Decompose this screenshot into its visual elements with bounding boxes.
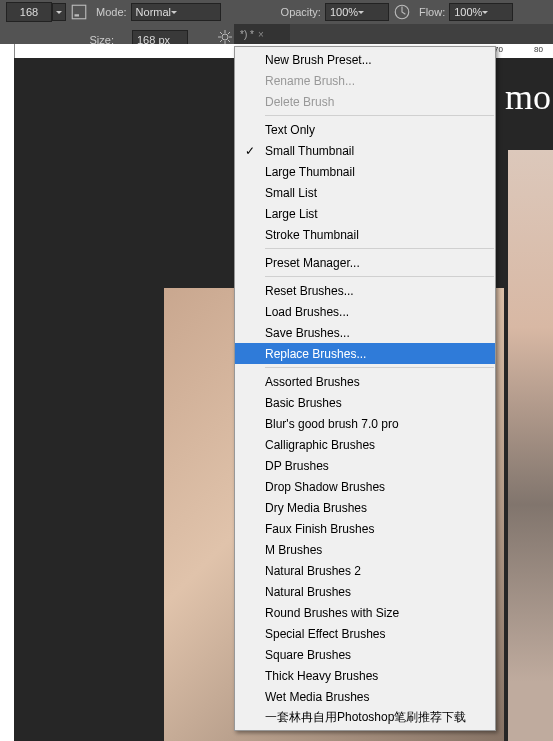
menu-item[interactable]: Save Brushes... xyxy=(235,322,495,343)
menu-item[interactable]: Natural Brushes 2 xyxy=(235,560,495,581)
document-tab-title: *) * xyxy=(240,29,254,40)
menu-item[interactable]: Thick Heavy Brushes xyxy=(235,665,495,686)
brush-size-box[interactable] xyxy=(6,2,52,22)
document-tab[interactable]: *) * × xyxy=(234,24,290,44)
menu-item[interactable]: Small Thumbnail xyxy=(235,140,495,161)
menu-item[interactable]: Blur's good brush 7.0 pro xyxy=(235,413,495,434)
menu-item[interactable]: Preset Manager... xyxy=(235,252,495,273)
menu-item[interactable]: Drop Shadow Brushes xyxy=(235,476,495,497)
mode-select[interactable]: Normal xyxy=(131,3,221,21)
options-bar: Mode: Normal Opacity: 100% Flow: 100% xyxy=(0,0,553,24)
menu-item[interactable]: New Brush Preset... xyxy=(235,49,495,70)
menu-item: Delete Brush xyxy=(235,91,495,112)
svg-line-9 xyxy=(228,40,230,42)
menu-item[interactable]: Small List xyxy=(235,182,495,203)
menu-item[interactable]: Reset Brushes... xyxy=(235,280,495,301)
menu-item[interactable]: Round Brushes with Size xyxy=(235,602,495,623)
opacity-select[interactable]: 100% xyxy=(325,3,389,21)
opacity-label: Opacity: xyxy=(281,6,321,18)
menu-item[interactable]: Large List xyxy=(235,203,495,224)
document-tab-bar: *) * × xyxy=(234,24,553,44)
svg-rect-0 xyxy=(72,5,86,19)
menu-item[interactable]: M Brushes xyxy=(235,539,495,560)
pressure-opacity-icon[interactable] xyxy=(393,3,411,21)
close-icon[interactable]: × xyxy=(258,29,264,40)
menu-item[interactable]: Dry Media Brushes xyxy=(235,497,495,518)
menu-item[interactable]: Square Brushes xyxy=(235,644,495,665)
canvas-image-right xyxy=(508,150,553,741)
flow-label: Flow: xyxy=(419,6,445,18)
menu-item[interactable]: DP Brushes xyxy=(235,455,495,476)
mode-label: Mode: xyxy=(96,6,127,18)
menu-item[interactable]: Stroke Thumbnail xyxy=(235,224,495,245)
menu-item[interactable]: Replace Brushes... xyxy=(235,343,495,364)
mode-value: Normal xyxy=(136,6,171,18)
big-overlay-text: mo xyxy=(505,76,551,118)
svg-line-10 xyxy=(228,32,230,34)
brush-size-dropdown[interactable] xyxy=(52,3,66,21)
menu-item[interactable]: Wet Media Brushes xyxy=(235,686,495,707)
menu-item[interactable]: Faux Finish Brushes xyxy=(235,518,495,539)
ruler-mark: 80 xyxy=(534,45,543,54)
flow-value: 100% xyxy=(454,6,482,18)
ruler-vertical[interactable] xyxy=(0,44,15,741)
gear-icon[interactable] xyxy=(218,30,232,44)
menu-item[interactable]: Special Effect Brushes xyxy=(235,623,495,644)
menu-item: Rename Brush... xyxy=(235,70,495,91)
flow-select[interactable]: 100% xyxy=(449,3,513,21)
menu-item[interactable]: Natural Brushes xyxy=(235,581,495,602)
menu-item[interactable]: Load Brushes... xyxy=(235,301,495,322)
svg-rect-1 xyxy=(75,14,80,16)
menu-item[interactable]: Large Thumbnail xyxy=(235,161,495,182)
opacity-value: 100% xyxy=(330,6,358,18)
toggle-panel-icon[interactable] xyxy=(70,3,88,21)
menu-item[interactable]: 一套林冉自用Photoshop笔刷推荐下载 xyxy=(235,707,495,728)
svg-point-3 xyxy=(222,34,228,40)
svg-line-11 xyxy=(220,40,222,42)
menu-item[interactable]: Calligraphic Brushes xyxy=(235,434,495,455)
brush-context-menu[interactable]: New Brush Preset...Rename Brush...Delete… xyxy=(234,46,496,731)
menu-item[interactable]: Assorted Brushes xyxy=(235,371,495,392)
menu-item[interactable]: Text Only xyxy=(235,119,495,140)
menu-item[interactable]: Basic Brushes xyxy=(235,392,495,413)
svg-line-8 xyxy=(220,32,222,34)
